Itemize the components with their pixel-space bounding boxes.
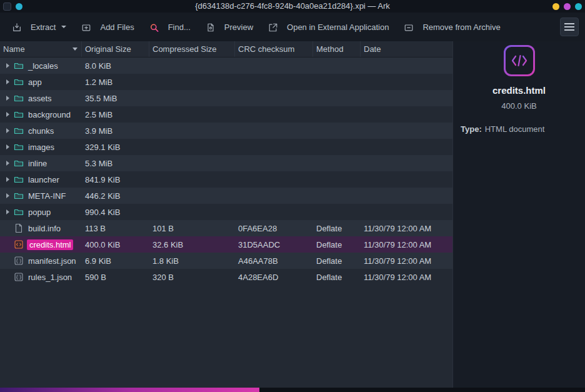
column-header-crc[interactable]: CRC checksum	[235, 41, 313, 57]
expand-arrow-icon[interactable]	[3, 193, 12, 198]
original-size-cell: 329.1 KiB	[82, 143, 149, 152]
json-file-icon	[14, 272, 24, 282]
expand-arrow-icon[interactable]	[3, 209, 12, 214]
name-cell: app	[0, 77, 82, 87]
file-name: rules_1.json	[28, 273, 72, 282]
original-size-cell: 990.4 KiB	[82, 208, 149, 217]
expand-arrow-icon[interactable]	[3, 79, 12, 84]
details-type-label: Type:	[461, 124, 482, 134]
window-controls	[552, 3, 585, 10]
extract-button[interactable]: Extract	[6, 18, 72, 36]
preview-label: Preview	[224, 23, 253, 32]
info-file-icon	[14, 223, 24, 233]
date-cell: 11/30/79 12:00 AM	[361, 256, 452, 266]
remove-from-archive-button[interactable]: Remove from Archive	[398, 18, 506, 36]
name-cell: _locales	[0, 61, 82, 71]
table-row[interactable]: chunks3.9 MiB	[0, 123, 452, 139]
progress-strip	[0, 388, 259, 392]
method-cell: Deflate	[313, 224, 361, 233]
details-type-row: Type:HTML document	[453, 124, 544, 134]
crc-cell: 0FA6EA28	[235, 224, 313, 233]
expand-arrow-icon[interactable]	[3, 96, 12, 101]
name-cell: rules_1.json	[0, 272, 82, 282]
table-row[interactable]: _locales8.0 KiB	[0, 58, 452, 74]
open-external-button[interactable]: Open in External Application	[262, 18, 394, 36]
column-header-compressed-size[interactable]: Compressed Size	[149, 41, 235, 57]
code-icon	[506, 47, 533, 74]
column-header-date[interactable]: Date	[361, 41, 452, 57]
folder-icon	[14, 142, 24, 152]
original-size-cell: 400.0 KiB	[82, 240, 149, 249]
column-header-name[interactable]: Name	[0, 41, 82, 57]
table-row[interactable]: assets35.5 MiB	[0, 90, 452, 106]
minimize-button[interactable]	[552, 3, 559, 10]
file-name: assets	[28, 94, 52, 103]
hamburger-menu-button[interactable]	[560, 18, 579, 36]
compressed-size-cell: 101 B	[149, 224, 235, 233]
original-size-cell: 1.2 MiB	[82, 78, 149, 87]
name-cell: META-INF	[0, 191, 82, 201]
original-size-cell: 113 B	[82, 224, 149, 233]
file-name: launcher	[28, 175, 59, 184]
remove-from-archive-label: Remove from Archive	[422, 23, 500, 32]
method-cell: Deflate	[313, 256, 361, 266]
details-panel: credits.html 400.0 KiB Type:HTML documen…	[453, 41, 585, 388]
original-size-cell: 8.0 KiB	[82, 61, 149, 71]
table-row[interactable]: credits.html400.0 KiB32.6 KiB31D5AADCDef…	[0, 236, 452, 253]
name-cell: manifest.json	[0, 256, 82, 266]
compressed-size-cell: 320 B	[149, 273, 235, 282]
original-size-cell: 841.9 KiB	[82, 175, 149, 184]
column-crc-label: CRC checksum	[238, 44, 294, 54]
file-name: credits.html	[27, 239, 73, 250]
column-header-original-size[interactable]: Original Size	[82, 41, 149, 57]
table-row[interactable]: rules_1.json590 B320 B4A28EA6DDeflate11/…	[0, 269, 452, 285]
table-row[interactable]: app1.2 MiB	[0, 74, 452, 90]
original-size-cell: 35.5 MiB	[82, 94, 149, 103]
column-compressed-size-label: Compressed Size	[152, 44, 217, 54]
file-name: images	[28, 143, 54, 152]
folder-icon	[14, 61, 24, 71]
table-row[interactable]: build.info113 B101 B0FA6EA28Deflate11/30…	[0, 220, 452, 236]
expand-arrow-icon[interactable]	[3, 112, 12, 117]
table-row[interactable]: META-INF446.2 KiB	[0, 188, 452, 204]
table-row[interactable]: background2.5 MiB	[0, 106, 452, 123]
folder-icon	[14, 126, 24, 136]
folder-icon	[14, 93, 24, 103]
expand-arrow-icon[interactable]	[3, 144, 12, 149]
preview-icon	[206, 22, 216, 32]
original-size-cell: 6.9 KiB	[82, 256, 149, 266]
original-size-cell: 5.3 MiB	[82, 159, 149, 168]
table-row[interactable]: images329.1 KiB	[0, 139, 452, 155]
column-header-method[interactable]: Method	[313, 41, 361, 57]
compressed-size-cell: 32.6 KiB	[149, 240, 235, 249]
details-file-size: 400.0 KiB	[501, 101, 536, 111]
name-cell: credits.html	[0, 239, 82, 250]
file-name: app	[28, 78, 42, 87]
preview-button[interactable]: Preview	[200, 18, 259, 36]
expand-arrow-icon[interactable]	[3, 177, 12, 182]
method-cell: Deflate	[313, 240, 361, 249]
titlebar-left-icons	[0, 3, 22, 11]
date-cell: 11/30/79 12:00 AM	[361, 273, 452, 282]
close-button[interactable]	[575, 3, 582, 10]
folder-icon	[14, 191, 24, 201]
expand-arrow-icon[interactable]	[3, 128, 12, 133]
name-cell: launcher	[0, 174, 82, 184]
open-external-icon	[268, 22, 278, 32]
column-name-label: Name	[3, 44, 25, 54]
expand-arrow-icon[interactable]	[3, 161, 12, 166]
maximize-button[interactable]	[564, 3, 571, 10]
crc-cell: A46AA78B	[235, 256, 313, 266]
find-button[interactable]: Find...	[144, 18, 196, 36]
table-row[interactable]: inline5.3 MiB	[0, 155, 452, 171]
file-name: background	[28, 110, 71, 119]
column-method-label: Method	[316, 44, 343, 54]
expand-arrow-icon[interactable]	[3, 63, 12, 68]
table-header: Name Original Size Compressed Size CRC c…	[0, 41, 452, 58]
table-row[interactable]: popup990.4 KiB	[0, 204, 452, 220]
table-row[interactable]: manifest.json6.9 KiB1.8 KiBA46AA78BDefla…	[0, 253, 452, 269]
table-row[interactable]: launcher841.9 KiB	[0, 171, 452, 188]
original-size-cell: 2.5 MiB	[82, 110, 149, 119]
add-files-button[interactable]: Add Files	[76, 18, 139, 36]
date-cell: 11/30/79 12:00 AM	[361, 240, 452, 249]
